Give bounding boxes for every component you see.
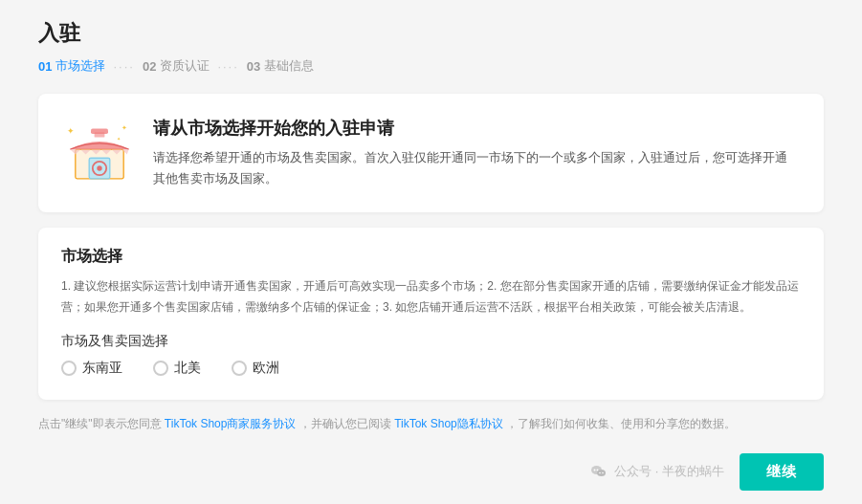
- steps-bar: 01 市场选择 ···· 02 资质认证 ···· 03 基础信息: [38, 57, 824, 75]
- step-2: 02 资质认证: [143, 57, 210, 75]
- svg-point-12: [594, 470, 596, 471]
- continue-button[interactable]: 继续: [740, 453, 824, 491]
- page-container: 入驻 01 市场选择 ···· 02 资质认证 ···· 03 基础信息: [0, 0, 862, 504]
- radio-europe[interactable]: 欧洲: [232, 360, 279, 377]
- svg-point-16: [602, 472, 604, 474]
- footer-link-privacy[interactable]: TikTok Shop隐私协议: [394, 417, 503, 430]
- wechat-watermark: 公众号 · 半夜的蜗牛: [589, 462, 724, 481]
- store-icon-wrapper: ✦ ✦ ✦: [65, 117, 134, 186]
- radio-circle-europe: [232, 361, 247, 376]
- market-notice: 1. 建议您根据实际运营计划申请开通售卖国家，开通后可高效实现一品卖多个市场；2…: [61, 276, 801, 318]
- region-label: 市场及售卖国选择: [61, 333, 801, 350]
- radio-label-southeast-asia: 东南亚: [82, 360, 122, 377]
- wechat-text: 公众号 · 半夜的蜗牛: [614, 463, 724, 480]
- footer-text-before-link1: 点击"继续"即表示您同意: [38, 417, 165, 430]
- footer-text-after: ，了解我们如何收集、使用和分享您的数据。: [506, 417, 736, 430]
- step-1-label: 市场选择: [55, 57, 105, 75]
- step-1-num: 01: [38, 59, 52, 74]
- market-card-title: 市场选择: [61, 247, 801, 267]
- radio-north-america[interactable]: 北美: [153, 360, 201, 377]
- svg-point-15: [599, 472, 601, 474]
- market-card: 市场选择 1. 建议您根据实际运营计划申请开通售卖国家，开通后可高效实现一品卖多…: [38, 228, 824, 400]
- radio-group: 东南亚 北美 欧洲: [61, 360, 801, 377]
- radio-label-north-america: 北美: [174, 360, 201, 377]
- wechat-icon: [589, 462, 608, 481]
- svg-text:✦: ✦: [67, 126, 75, 136]
- info-card-content: 请从市场选择开始您的入驻申请 请选择您希望开通的市场及售卖国家。首次入驻仅能开通…: [153, 117, 797, 189]
- store-icon: ✦ ✦ ✦: [65, 117, 134, 186]
- info-card-title: 请从市场选择开始您的入驻申请: [153, 117, 797, 140]
- svg-point-14: [597, 470, 606, 476]
- info-card-desc: 请选择您希望开通的市场及售卖国家。首次入驻仅能开通同一市场下的一个或多个国家，入…: [153, 147, 797, 189]
- bottom-bar: 公众号 · 半夜的蜗牛 继续: [38, 453, 824, 491]
- radio-label-europe: 欧洲: [253, 360, 279, 377]
- step-3: 03 基础信息: [247, 57, 314, 75]
- radio-southeast-asia[interactable]: 东南亚: [61, 360, 122, 377]
- radio-circle-southeast-asia: [61, 361, 77, 376]
- svg-point-5: [97, 165, 101, 170]
- step-2-label: 资质认证: [160, 57, 210, 75]
- step-3-num: 03: [247, 59, 260, 74]
- page-title: 入驻: [38, 19, 824, 48]
- footer-link-service[interactable]: TikTok Shop商家服务协议: [165, 417, 297, 430]
- step-dots-1: ····: [113, 59, 134, 74]
- footer-bar: 点击"继续"即表示您同意 TikTok Shop商家服务协议 ，并确认您已阅读 …: [38, 415, 824, 433]
- info-card: ✦ ✦ ✦ 请从市场选择开始您的入驻申请 请选择您希望开通的市场及售卖国家。首次…: [38, 94, 824, 212]
- svg-text:✦: ✦: [117, 136, 121, 142]
- step-2-num: 02: [143, 59, 156, 74]
- radio-circle-north-america: [153, 361, 168, 376]
- svg-text:✦: ✦: [122, 123, 127, 132]
- svg-rect-7: [91, 129, 108, 134]
- step-3-label: 基础信息: [264, 57, 314, 75]
- footer-text-between: ，并确认您已阅读: [299, 417, 394, 430]
- step-1: 01 市场选择: [38, 57, 105, 75]
- step-dots-2: ····: [217, 59, 238, 74]
